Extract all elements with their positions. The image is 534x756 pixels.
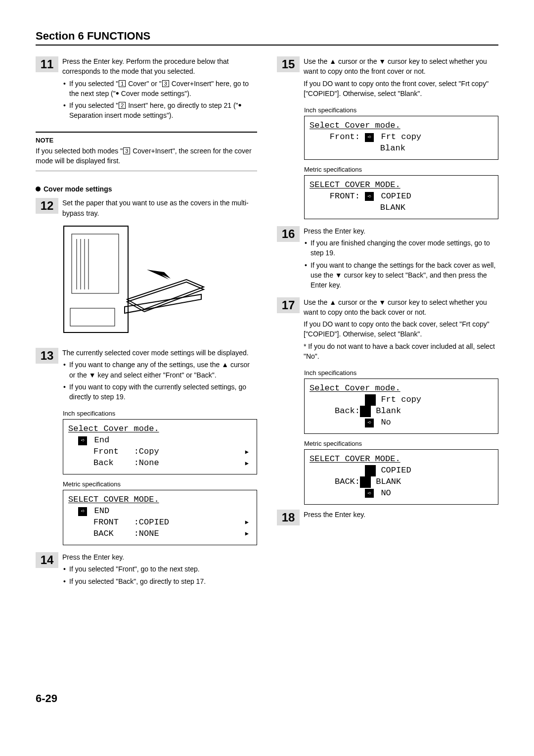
- lcd-option: Frt copy: [381, 394, 421, 406]
- svg-rect-6: [70, 308, 115, 326]
- step-number-badge: 15: [277, 56, 300, 72]
- step-15-text-1: Use the ▲ cursor or the ▼ cursor key to …: [304, 56, 498, 77]
- black-block-icon: [365, 465, 376, 476]
- step-17-text-3: * If you do not want to have a back cove…: [304, 341, 498, 362]
- step-18-text: Press the Enter key.: [304, 510, 498, 520]
- lcd-panel: SELECT COVER MODE. COPIED BACK: BLANK ➪ …: [304, 449, 498, 505]
- lcd-option: Frt copy: [381, 132, 421, 143]
- black-block-icon: [360, 406, 371, 417]
- lcd-panel: SELECT COVER MODE. FRONT: ➪ COPIED BLANK: [304, 175, 498, 219]
- note-label: NOTE: [36, 137, 257, 144]
- left-column: 11 Press the Enter key. Perform the proc…: [36, 56, 257, 593]
- step-14: 14 Press the Enter key. If you selected …: [36, 552, 257, 588]
- inch-spec-label: Inch specifications: [304, 106, 498, 114]
- svg-rect-1: [72, 234, 119, 293]
- lcd-option: Blank: [380, 143, 405, 154]
- txt: Insert" here, go directly to step 21 (": [126, 101, 238, 109]
- pointer-right-icon: ➪: [365, 133, 374, 142]
- note-block: NOTE If you selected both modes "3 Cover…: [36, 132, 257, 172]
- cover-mode-settings-heading: Cover mode settings: [36, 185, 257, 193]
- lcd-value: :None: [134, 458, 159, 469]
- lcd-title: Select Cover mode.: [68, 424, 159, 435]
- lcd-line: Back: [93, 458, 114, 469]
- step-16: 16 Press the Enter key. If you are finis…: [277, 226, 498, 292]
- triangle-right-icon: ▶: [245, 460, 252, 468]
- multi-bypass-tray-diagram: [63, 225, 206, 339]
- step-number-badge: 18: [277, 510, 300, 525]
- section-title: Section 6 FUNCTIONS: [36, 30, 498, 46]
- step-11-bullet-2: If you selected "2 Insert" here, go dire…: [62, 100, 257, 121]
- lcd-label: FRONT:: [330, 191, 360, 202]
- page-number: 6-29: [36, 692, 498, 720]
- triangle-right-icon: ▶: [245, 519, 252, 526]
- step-16-bullet-1: If you are finished changing the cover m…: [304, 238, 498, 258]
- step-number-badge: 11: [36, 56, 58, 72]
- lcd-title: Select Cover mode.: [310, 120, 400, 132]
- lcd-title: SELECT COVER MODE.: [310, 454, 400, 465]
- lcd-panel: SELECT COVER MODE. ➪ END FRONT :COPIED▶ …: [63, 490, 257, 545]
- step-18: 18 Press the Enter key.: [277, 510, 498, 525]
- boxed-digit-1-icon: 1: [119, 80, 126, 87]
- lcd-line: Front: [93, 446, 119, 458]
- step-14-bullet-2: If you selected "Back", go directly to s…: [62, 576, 257, 586]
- step-number-badge: 16: [277, 226, 300, 242]
- lcd-panel: Select Cover mode. Front: ➪ Frt copy Bla…: [304, 116, 498, 160]
- metric-spec-label: Metric specifications: [63, 480, 257, 488]
- lcd-option: No: [381, 417, 391, 428]
- inch-spec-label: Inch specifications: [63, 410, 257, 417]
- lcd-value: :NONE: [134, 528, 159, 540]
- step-number-badge: 14: [36, 552, 58, 568]
- lcd-value: :Copy: [134, 446, 159, 458]
- lcd-label: Front:: [330, 132, 360, 143]
- metric-spec-label: Metric specifications: [304, 440, 498, 447]
- txt: If you selected ": [69, 101, 118, 109]
- step-14-text: Press the Enter key.: [62, 552, 257, 562]
- lcd-option: COPIED: [381, 465, 411, 476]
- boxed-digit-2-icon: 2: [119, 102, 126, 109]
- lcd-line: BACK: [93, 528, 114, 540]
- black-block-icon: [360, 476, 371, 488]
- note-text: If you selected both modes "3 Cover+Inse…: [36, 146, 257, 166]
- lcd-option: Blank: [376, 406, 401, 417]
- step-number-badge: 12: [36, 198, 58, 214]
- lcd-option: COPIED: [381, 191, 411, 202]
- lcd-label: BACK:: [335, 476, 360, 488]
- pointer-right-icon: ➪: [365, 419, 374, 427]
- step-11-text: Press the Enter key. Perform the procedu…: [62, 56, 257, 77]
- step-number-badge: 13: [36, 348, 58, 364]
- step-15: 15 Use the ▲ cursor or the ▼ cursor key …: [277, 56, 498, 100]
- step-16-text: Press the Enter key.: [304, 226, 498, 236]
- lcd-line: END: [94, 506, 110, 517]
- step-15-text-2: If you DO want to copy onto the front co…: [304, 79, 498, 99]
- bullet-dot-icon: [36, 187, 41, 191]
- txt: Separation insert mode settings").: [69, 111, 173, 119]
- bullet-dot-icon: ●: [116, 90, 119, 96]
- txt: Cover" or ": [126, 80, 161, 88]
- lcd-title: Select Cover mode.: [310, 383, 400, 394]
- step-13-bullet-2: If you want to copy with the currently s…: [62, 382, 257, 402]
- subhead-text: Cover mode settings: [44, 185, 112, 193]
- lcd-panel: Select Cover mode. ➪ End Front :Copy▶ Ba…: [63, 419, 257, 474]
- triangle-right-icon: ▶: [245, 530, 252, 538]
- pointer-right-icon: ➪: [365, 192, 374, 201]
- step-12-text: Set the paper that you want to use as th…: [62, 198, 257, 218]
- right-column: 15 Use the ▲ cursor or the ▼ cursor key …: [277, 56, 498, 593]
- step-11: 11 Press the Enter key. Perform the proc…: [36, 56, 257, 123]
- step-17: 17 Use the ▲ cursor or the ▼ cursor key …: [277, 297, 498, 364]
- pointer-right-icon: ➪: [365, 489, 374, 498]
- boxed-digit-3-icon: 3: [123, 147, 130, 154]
- lcd-label: Back:: [335, 406, 360, 417]
- lcd-option: BLANK: [380, 202, 405, 214]
- inch-spec-label: Inch specifications: [304, 369, 498, 377]
- lcd-value: :COPIED: [134, 517, 169, 528]
- bullet-dot-icon: ●: [238, 101, 242, 108]
- txt: Cover mode settings").: [119, 90, 191, 97]
- lcd-line: FRONT: [93, 517, 119, 528]
- lcd-option: BLANK: [376, 476, 401, 488]
- pointer-right-icon: ➪: [78, 507, 87, 516]
- step-17-text-1: Use the ▲ cursor or the ▼ cursor key to …: [304, 297, 498, 318]
- black-block-icon: [365, 394, 376, 406]
- step-13-text: The currently selected cover mode settin…: [62, 348, 257, 358]
- step-13: 13 The currently selected cover mode set…: [36, 348, 257, 404]
- pointer-right-icon: ➪: [78, 436, 87, 445]
